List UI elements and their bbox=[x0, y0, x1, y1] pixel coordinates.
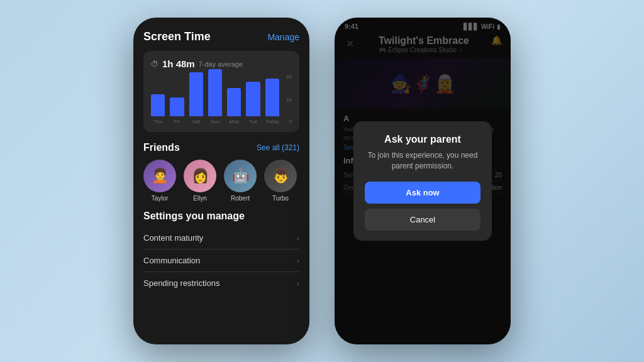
bar-group-sun: Sun bbox=[208, 69, 222, 124]
settings-label-communication: Communication bbox=[143, 256, 200, 265]
ask-now-button[interactable]: Ask now bbox=[365, 182, 480, 204]
friend-item-ellyn[interactable]: 👩 Ellyn bbox=[184, 160, 216, 202]
chart-y-0: 0 bbox=[289, 119, 292, 124]
chart-labels-y: 2h 1h 0 bbox=[286, 74, 292, 124]
modal-title: Ask your parent bbox=[365, 134, 480, 145]
bar-label-mon: Mon bbox=[229, 119, 239, 124]
cancel-button[interactable]: Cancel bbox=[365, 209, 480, 231]
bar-group-sat: Sat bbox=[189, 72, 203, 124]
bar-sun bbox=[208, 69, 222, 116]
bar-group-mon: Mon bbox=[227, 88, 241, 124]
bar-group-today: Today bbox=[265, 79, 279, 124]
chart-bars: ThuFriSatSunMonTueToday bbox=[151, 74, 279, 124]
chevron-icon-content-maturity: › bbox=[297, 234, 299, 243]
friend-item-turbo[interactable]: 👦 Turbo bbox=[264, 160, 297, 202]
phone-ask-parent: 9:41 ▋▋▋ WiFi ▮ ✕ Twilight's Embrace 🎮 E… bbox=[335, 18, 511, 344]
phones-container: Screen Time Manage ⏱ 1h 48m 7-day averag… bbox=[133, 18, 511, 344]
phone1-content: Screen Time Manage ⏱ 1h 48m 7-day averag… bbox=[133, 18, 309, 344]
phone-screen-time: Screen Time Manage ⏱ 1h 48m 7-day averag… bbox=[133, 18, 309, 344]
screen-time-title: Screen Time bbox=[143, 30, 211, 43]
settings-label-spending: Spending restrictions bbox=[143, 278, 219, 288]
friend-name-taylor: Taylor bbox=[152, 195, 169, 202]
friend-item-taylor[interactable]: 🧑‍🦱 Taylor bbox=[143, 160, 176, 202]
clock-icon: ⏱ bbox=[151, 60, 158, 69]
friend-name-robert: Robert bbox=[231, 195, 250, 202]
modal-description: To join this experience, you need parent… bbox=[365, 150, 480, 172]
friends-section-header: Friends See all (321) bbox=[143, 142, 299, 153]
bar-label-thu: Thu bbox=[153, 119, 162, 124]
bar-group-tue: Tue bbox=[246, 82, 260, 124]
bar-mon bbox=[227, 88, 241, 116]
bar-group-fri: Fri bbox=[170, 97, 184, 124]
avg-time: 1h 48m bbox=[162, 58, 195, 69]
bar-tue bbox=[246, 82, 260, 116]
bar-today bbox=[265, 79, 279, 116]
bar-label-today: Today bbox=[265, 119, 279, 124]
phone1-header: Screen Time Manage bbox=[143, 30, 299, 43]
bar-label-fri: Fri bbox=[174, 119, 180, 124]
settings-item-content-maturity[interactable]: Content maturity › bbox=[143, 227, 299, 250]
avg-row: ⏱ 1h 48m 7-day average bbox=[151, 58, 292, 69]
settings-section: Settings you manage Content maturity › C… bbox=[143, 211, 299, 294]
bar-thu bbox=[151, 94, 165, 116]
settings-item-communication[interactable]: Communication › bbox=[143, 250, 299, 272]
friend-name-ellyn: Ellyn bbox=[193, 195, 207, 202]
bar-label-tue: Tue bbox=[249, 119, 258, 124]
bar-sat bbox=[189, 72, 203, 116]
chevron-icon-communication: › bbox=[297, 256, 299, 265]
bar-label-sun: Sun bbox=[211, 119, 219, 124]
chevron-icon-spending: › bbox=[297, 279, 299, 288]
chart-area: ThuFriSatSunMonTueToday 2h 1h 0 bbox=[151, 74, 292, 124]
ask-parent-modal: Ask your parent To join this experience,… bbox=[353, 121, 492, 241]
bar-group-thu: Thu bbox=[151, 94, 165, 124]
settings-label-content-maturity: Content maturity bbox=[143, 233, 203, 243]
bar-fri bbox=[170, 97, 184, 116]
settings-item-spending[interactable]: Spending restrictions › bbox=[143, 272, 299, 294]
friends-row: 🧑‍🦱 Taylor 👩 Ellyn 🤖 Robert 👦 Turbo bbox=[143, 160, 299, 202]
avg-label: 7-day average bbox=[199, 60, 243, 68]
chart-y-1h: 1h bbox=[286, 97, 292, 102]
friends-section: Friends See all (321) 🧑‍🦱 Taylor 👩 Ellyn… bbox=[143, 142, 299, 202]
avg-card: ⏱ 1h 48m 7-day average ThuFriSatSunMonTu… bbox=[143, 51, 299, 132]
see-all-friends[interactable]: See all (321) bbox=[257, 143, 299, 152]
bar-label-sat: Sat bbox=[192, 119, 200, 124]
manage-link[interactable]: Manage bbox=[267, 32, 299, 42]
settings-title: Settings you manage bbox=[143, 211, 299, 222]
avatar-turbo: 👦 bbox=[264, 160, 297, 192]
chart-y-2h: 2h bbox=[286, 74, 292, 80]
avatar-ellyn: 👩 bbox=[184, 160, 216, 192]
avatar-taylor: 🧑‍🦱 bbox=[143, 160, 176, 192]
modal-overlay: Ask your parent To join this experience,… bbox=[335, 18, 511, 344]
friend-name-turbo: Turbo bbox=[272, 195, 289, 202]
friend-item-robert[interactable]: 🤖 Robert bbox=[224, 160, 257, 202]
avatar-robert: 🤖 bbox=[224, 160, 257, 192]
friends-title: Friends bbox=[143, 142, 180, 153]
